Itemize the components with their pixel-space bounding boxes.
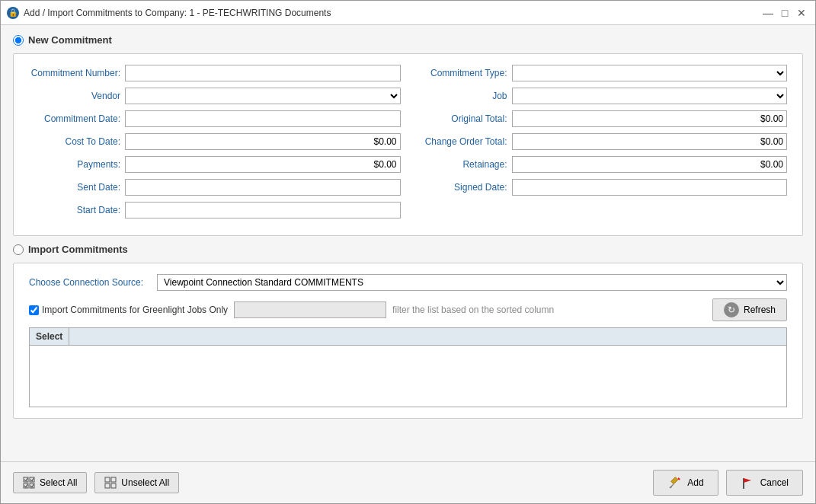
commitment-type-label: Commitment Type:: [416, 68, 507, 78]
commitment-date-input[interactable]: [125, 110, 401, 127]
job-select[interactable]: [512, 88, 788, 104]
cancel-flag-icon: [741, 475, 756, 490]
title-bar: 🔒 Add / Import Commitments to Company: 1…: [1, 1, 815, 25]
svg-rect-5: [111, 477, 116, 482]
commitment-type-row: Commitment Type:: [416, 65, 788, 81]
retainage-input[interactable]: [512, 156, 788, 173]
commitment-date-label: Commitment Date:: [29, 113, 120, 124]
select-all-button[interactable]: Select All: [13, 472, 87, 493]
unselect-all-icon: [104, 477, 117, 489]
svg-marker-13: [744, 478, 751, 483]
import-table: Select: [29, 327, 787, 407]
vendor-select[interactable]: [125, 88, 401, 104]
import-commitments-radio[interactable]: [13, 244, 24, 255]
cancel-label: Cancel: [760, 477, 789, 488]
cancel-button[interactable]: Cancel: [726, 470, 803, 496]
cost-to-date-input[interactable]: [125, 133, 401, 150]
new-commitment-section-header: New Commitment: [13, 34, 803, 46]
unselect-all-button[interactable]: Unselect All: [94, 472, 179, 493]
sent-date-input[interactable]: [125, 179, 401, 196]
change-order-total-label: Change Order Total:: [416, 136, 507, 147]
refresh-button[interactable]: ↻ Refresh: [712, 298, 787, 321]
select-column-header: Select: [30, 328, 69, 345]
original-total-row: Original Total:: [416, 110, 788, 127]
import-commitments-label: Import Commitments: [28, 244, 128, 255]
cost-to-date-label: Cost To Date:: [29, 136, 120, 147]
svg-rect-6: [105, 483, 110, 488]
payments-label: Payments:: [29, 159, 120, 170]
add-label: Add: [687, 477, 703, 488]
commitment-number-label: Commitment Number:: [29, 68, 120, 78]
connection-source-label: Choose Connection Source:: [29, 277, 151, 288]
signed-date-input[interactable]: [512, 179, 788, 196]
retainage-row: Retainage:: [416, 156, 788, 173]
title-bar-left: 🔒 Add / Import Commitments to Company: 1…: [7, 7, 331, 19]
table-header: Select: [30, 328, 786, 346]
sent-date-label: Sent Date:: [29, 182, 120, 193]
signed-date-label: Signed Date:: [416, 182, 507, 193]
connection-source-select[interactable]: Viewpoint Connection Standard COMMITMENT…: [157, 274, 787, 291]
select-all-icon: [23, 477, 35, 489]
change-order-total-row: Change Order Total:: [416, 133, 788, 150]
svg-line-11: [678, 478, 680, 480]
start-date-label: Start Date:: [29, 205, 120, 215]
commitment-number-input[interactable]: [125, 65, 401, 81]
left-column: Commitment Number: Vendor Commitment Dat…: [29, 65, 401, 225]
new-commitment-radio[interactable]: [13, 35, 24, 46]
original-total-label: Original Total:: [416, 113, 507, 124]
filter-description: filter the list based on the sorted colu…: [392, 305, 554, 315]
refresh-label: Refresh: [744, 305, 776, 315]
job-label: Job: [416, 91, 507, 101]
vendor-row: Vendor: [29, 88, 401, 104]
signed-date-row: Signed Date:: [416, 179, 788, 196]
commitment-type-select[interactable]: [512, 65, 788, 81]
vendor-label: Vendor: [29, 91, 120, 101]
form-grid: Commitment Number: Vendor Commitment Dat…: [29, 65, 787, 225]
select-all-label: Select All: [40, 477, 77, 488]
payments-input[interactable]: [125, 156, 401, 173]
job-row: Job: [416, 88, 788, 104]
payments-row: Payments:: [29, 156, 401, 173]
commitment-date-row: Commitment Date:: [29, 110, 401, 127]
import-commitments-section-header: Import Commitments: [13, 244, 803, 255]
commitment-number-row: Commitment Number:: [29, 65, 401, 81]
import-panel: Choose Connection Source: Viewpoint Conn…: [13, 263, 803, 419]
svg-rect-9: [671, 477, 678, 484]
table-body: [30, 346, 786, 407]
right-column: Commitment Type: Job Original Total:: [416, 65, 788, 225]
minimize-button[interactable]: —: [760, 5, 776, 21]
main-window: 🔒 Add / Import Commitments to Company: 1…: [0, 0, 816, 504]
cost-to-date-row: Cost To Date:: [29, 133, 401, 150]
bottom-bar: Select All Unselect All Add: [1, 461, 815, 503]
filter-row: Import Commitments for Greenlight Jobs O…: [29, 298, 787, 321]
connection-source-row: Choose Connection Source: Viewpoint Conn…: [29, 274, 787, 291]
greenlight-label-text: Import Commitments for Greenlight Jobs O…: [42, 305, 228, 315]
start-date-row: Start Date:: [29, 202, 401, 219]
add-pencil-icon: [667, 475, 683, 490]
filter-input[interactable]: [234, 301, 386, 318]
change-order-total-input[interactable]: [512, 133, 788, 150]
greenlight-checkbox-label[interactable]: Import Commitments for Greenlight Jobs O…: [29, 305, 228, 315]
unselect-all-label: Unselect All: [121, 477, 169, 488]
new-commitment-label: New Commitment: [28, 34, 112, 46]
original-total-input[interactable]: [512, 110, 788, 127]
window-title: Add / Import Commitments to Company: 1 -…: [24, 8, 331, 18]
close-button[interactable]: ✕: [794, 5, 809, 21]
main-content: New Commitment Commitment Number: Vendor: [1, 25, 815, 461]
start-date-input[interactable]: [125, 202, 401, 219]
window-icon: 🔒: [7, 7, 19, 19]
greenlight-checkbox[interactable]: [29, 305, 39, 315]
svg-rect-4: [105, 477, 110, 482]
add-button[interactable]: Add: [653, 470, 718, 496]
maximize-button[interactable]: □: [777, 5, 792, 21]
refresh-icon: ↻: [724, 302, 739, 317]
sent-date-row: Sent Date:: [29, 179, 401, 196]
title-bar-controls: — □ ✕: [760, 5, 809, 21]
retainage-label: Retainage:: [416, 159, 507, 170]
new-commitment-form-panel: Commitment Number: Vendor Commitment Dat…: [13, 53, 803, 236]
svg-rect-7: [111, 483, 116, 488]
